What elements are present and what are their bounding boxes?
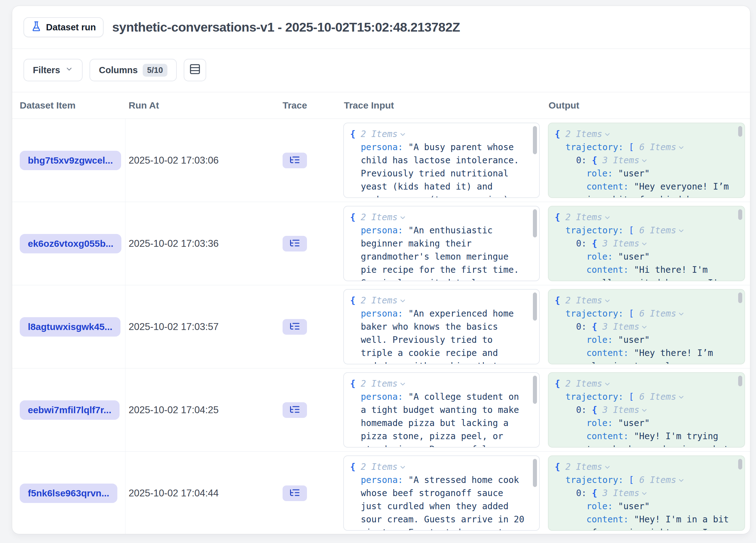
- collapse-toggle[interactable]: 3 Items: [602, 405, 639, 415]
- collapse-toggle[interactable]: 2 Items: [565, 462, 602, 472]
- chevron-down-icon[interactable]: [398, 462, 406, 472]
- collapse-toggle[interactable]: 6 Items: [639, 392, 676, 402]
- collapse-toggle[interactable]: 3 Items: [602, 321, 639, 332]
- json-key: trajectory:: [565, 308, 623, 319]
- chevron-down-icon[interactable]: [602, 462, 611, 472]
- dataset-run-badge: Dataset run: [23, 17, 104, 37]
- table-row: eebwi7mfil7lqlf7r... 2025-10-02 17:04:25…: [12, 368, 750, 452]
- run-at-timestamp: 2025-10-02 17:04:25: [125, 404, 281, 416]
- trace-input-json-viewer[interactable]: { 2 Items persona: "A stressed home cook…: [343, 455, 540, 531]
- collapse-toggle[interactable]: 2 Items: [361, 129, 398, 139]
- trace-input-json-viewer[interactable]: { 2 Items persona: "An enthusiastic begi…: [343, 206, 540, 281]
- chevron-down-icon[interactable]: [676, 392, 685, 402]
- chevron-down-icon[interactable]: [398, 212, 406, 223]
- trace-button[interactable]: [283, 236, 307, 252]
- trace-input-json-viewer[interactable]: { 2 Items persona: "A college student on…: [343, 372, 540, 448]
- scrollbar-thumb[interactable]: [533, 126, 537, 154]
- collapse-toggle[interactable]: 6 Items: [639, 225, 676, 236]
- chevron-down-icon[interactable]: [398, 129, 406, 139]
- trace-button[interactable]: [283, 402, 307, 418]
- collapse-toggle[interactable]: 3 Items: [602, 488, 639, 498]
- chevron-down-icon[interactable]: [676, 142, 685, 152]
- collapse-toggle[interactable]: 2 Items: [565, 295, 602, 305]
- scrollbar-thumb[interactable]: [738, 376, 742, 386]
- chevron-down-icon[interactable]: [639, 155, 648, 166]
- chevron-down-icon[interactable]: [639, 238, 648, 249]
- filters-button[interactable]: Filters: [23, 59, 83, 81]
- scrollbar-thumb[interactable]: [533, 459, 537, 487]
- chevron-down-icon[interactable]: [602, 378, 611, 389]
- json-key: trajectory:: [565, 225, 623, 236]
- collapse-toggle[interactable]: 2 Items: [361, 462, 398, 472]
- dataset-item-link[interactable]: l8agtuwxisgwk45...: [20, 317, 120, 336]
- trace-button[interactable]: [283, 485, 307, 501]
- json-index: 0:: [576, 155, 587, 166]
- trace-button[interactable]: [283, 153, 307, 168]
- dataset-item-link[interactable]: ek6oz6vtoxg055b...: [20, 234, 121, 254]
- scrollbar-thumb[interactable]: [738, 126, 742, 137]
- output-json-viewer[interactable]: { 2 Items trajectory: [ 6 Items 0: { 3 I…: [548, 455, 745, 531]
- scrollbar-thumb[interactable]: [738, 459, 742, 469]
- collapse-toggle[interactable]: 2 Items: [361, 378, 398, 389]
- chevron-down-icon[interactable]: [398, 295, 406, 305]
- row-height-button[interactable]: [184, 59, 206, 81]
- json-string-value: "user": [618, 501, 650, 511]
- chevron-down-icon[interactable]: [639, 321, 648, 332]
- dataset-run-panel: Dataset run synthetic-conversations-v1 -…: [12, 6, 750, 534]
- filters-button-label: Filters: [33, 65, 60, 75]
- chevron-down-icon[interactable]: [676, 308, 685, 319]
- chevron-down-icon[interactable]: [676, 475, 685, 485]
- collapse-toggle[interactable]: 6 Items: [639, 142, 676, 152]
- columns-count-badge: 5/10: [143, 64, 167, 77]
- json-index: 0:: [576, 488, 587, 498]
- json-key: persona:: [361, 308, 403, 319]
- collapse-toggle[interactable]: 3 Items: [602, 238, 639, 249]
- chevron-down-icon[interactable]: [602, 212, 611, 223]
- json-key: persona:: [361, 475, 403, 485]
- json-key: trajectory:: [565, 475, 623, 485]
- page-title: synthetic-conversations-v1 - 2025-10-02T…: [112, 20, 460, 35]
- dataset-item-link[interactable]: bhg7t5xv9zgwcel...: [20, 151, 121, 170]
- scrollbar-thumb[interactable]: [533, 209, 537, 238]
- json-key: content:: [586, 182, 629, 192]
- column-header-trace-input: Trace Input: [343, 100, 545, 111]
- collapse-toggle[interactable]: 2 Items: [565, 378, 602, 389]
- collapse-toggle[interactable]: 2 Items: [565, 212, 602, 223]
- json-string-value: "user": [618, 252, 650, 262]
- scrollbar-thumb[interactable]: [738, 209, 742, 220]
- column-header-run-at: Run At: [125, 100, 281, 111]
- output-json-viewer[interactable]: { 2 Items trajectory: [ 6 Items 0: { 3 I…: [548, 123, 745, 198]
- json-key: content:: [586, 431, 629, 441]
- chevron-down-icon[interactable]: [602, 295, 611, 305]
- collapse-toggle[interactable]: 3 Items: [602, 155, 639, 166]
- json-string-value: "user": [618, 335, 650, 345]
- json-index: 0:: [576, 321, 587, 332]
- output-json-viewer[interactable]: { 2 Items trajectory: [ 6 Items 0: { 3 I…: [548, 372, 745, 448]
- collapse-toggle[interactable]: 2 Items: [361, 295, 398, 305]
- collapse-toggle[interactable]: 6 Items: [639, 475, 676, 485]
- collapse-toggle[interactable]: 2 Items: [565, 129, 602, 139]
- trace-input-json-viewer[interactable]: { 2 Items persona: "An experienced home …: [343, 289, 540, 364]
- collapse-toggle[interactable]: 6 Items: [639, 308, 676, 319]
- list-tree-icon: [289, 238, 300, 250]
- chevron-down-icon[interactable]: [398, 378, 406, 389]
- json-key: role:: [586, 501, 613, 511]
- chevron-down-icon[interactable]: [676, 225, 685, 236]
- columns-button[interactable]: Columns 5/10: [89, 59, 177, 81]
- output-json-viewer[interactable]: { 2 Items trajectory: [ 6 Items 0: { 3 I…: [548, 289, 745, 364]
- chevron-down-icon[interactable]: [602, 129, 611, 139]
- trace-input-json-viewer[interactable]: { 2 Items persona: "A busy parent whose …: [343, 123, 540, 198]
- dataset-item-link[interactable]: eebwi7mfil7lqlf7r...: [20, 400, 120, 420]
- trace-button[interactable]: [283, 319, 307, 335]
- json-key: content:: [586, 265, 629, 275]
- scrollbar-thumb[interactable]: [533, 292, 537, 320]
- scrollbar-thumb[interactable]: [533, 376, 537, 404]
- collapse-toggle[interactable]: 2 Items: [361, 212, 398, 223]
- output-json-viewer[interactable]: { 2 Items trajectory: [ 6 Items 0: { 3 I…: [548, 206, 745, 281]
- list-tree-icon: [289, 320, 300, 333]
- chevron-down-icon[interactable]: [639, 405, 648, 415]
- dataset-item-link[interactable]: f5nk6lse963qrvn...: [20, 484, 117, 503]
- chevron-down-icon[interactable]: [639, 488, 648, 498]
- scrollbar-thumb[interactable]: [738, 292, 742, 303]
- json-key: role:: [586, 335, 613, 345]
